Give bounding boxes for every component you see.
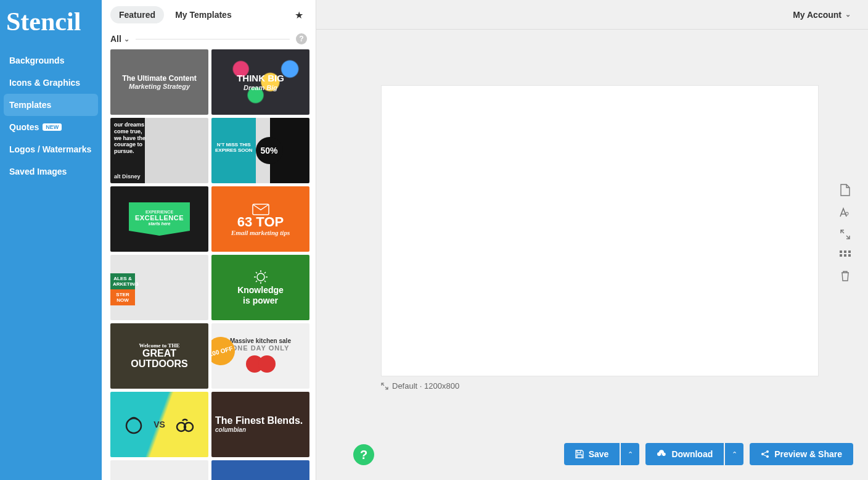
page-icon[interactable] bbox=[840, 184, 851, 196]
app-logo: Stencil bbox=[0, 5, 102, 49]
new-badge: NEW bbox=[43, 123, 62, 131]
thumb-text: EXPIRES SOON bbox=[215, 148, 252, 154]
nav-saved-images[interactable]: Saved Images bbox=[0, 160, 102, 183]
fruit-icon bbox=[123, 413, 145, 436]
thumb-text: VS bbox=[154, 420, 165, 429]
fruit-icon bbox=[174, 413, 196, 436]
template-thumb[interactable]: ALES & ARKETING STER NOW bbox=[110, 255, 208, 320]
thumb-text: GREAT bbox=[142, 349, 176, 359]
template-thumb[interactable]: The Ultimate Content Marketing Strategy bbox=[110, 49, 208, 115]
thumb-text: starts here bbox=[135, 221, 184, 226]
tab-featured[interactable]: Featured bbox=[110, 6, 164, 23]
svg-rect-8 bbox=[840, 254, 842, 257]
envelope-icon bbox=[252, 202, 269, 215]
cloud-download-icon bbox=[657, 450, 666, 458]
thumb-text: The Finest Blends. bbox=[215, 416, 303, 426]
template-thumb[interactable]: N'T MISS THIS EXPIRES SOON 50% bbox=[211, 118, 309, 183]
nav-label: Saved Images bbox=[9, 167, 67, 176]
thumb-text: Marketing Strategy bbox=[129, 83, 190, 90]
canvas-size-text: Default · 1200x800 bbox=[392, 381, 459, 391]
thumb-text: Dream Big bbox=[244, 84, 277, 91]
thumb-text: Knowledge bbox=[237, 285, 284, 296]
main-area: My Account ⌄ Default · 1200x800 bbox=[316, 0, 868, 480]
template-thumb[interactable]: Knowledge is power bbox=[211, 255, 309, 320]
svg-rect-10 bbox=[848, 254, 851, 257]
tab-my-templates[interactable]: My Templates bbox=[166, 6, 240, 23]
svg-point-12 bbox=[766, 450, 769, 453]
template-thumb[interactable]: EXPERIENCE EXCELLENCE starts here bbox=[110, 186, 208, 252]
lightbulb-icon bbox=[253, 269, 269, 285]
svg-rect-9 bbox=[844, 254, 846, 257]
save-button-group: Save ⌃ bbox=[564, 443, 640, 465]
template-thumb[interactable]: The Finest Blends. columbian bbox=[211, 392, 309, 457]
chevron-down-icon: ⌄ bbox=[124, 35, 129, 43]
thumb-text: ONE DAY ONLY bbox=[232, 344, 290, 352]
template-thumb[interactable]: Welcome to THE GREAT OUTDOORS bbox=[110, 323, 208, 389]
download-caret[interactable]: ⌃ bbox=[725, 443, 743, 465]
divider bbox=[136, 39, 290, 39]
help-icon[interactable]: ? bbox=[296, 33, 307, 44]
preview-share-button[interactable]: Preview & Share bbox=[750, 443, 853, 465]
nav-label: Logos / Watermarks bbox=[9, 144, 91, 154]
nav-icons-graphics[interactable]: Icons & Graphics bbox=[0, 72, 102, 94]
text-icon[interactable] bbox=[839, 207, 851, 218]
left-sidebar: Stencil Backgrounds Icons & Graphics Tem… bbox=[0, 0, 102, 480]
tomato-icon bbox=[258, 355, 276, 373]
thumb-text: The Ultimate Content bbox=[122, 74, 197, 83]
expand-icon[interactable] bbox=[840, 230, 850, 239]
grid-icon[interactable] bbox=[840, 250, 851, 259]
canvas[interactable] bbox=[381, 85, 819, 376]
favorites-star-icon[interactable]: ★ bbox=[295, 9, 307, 21]
svg-rect-5 bbox=[840, 250, 842, 253]
svg-point-2 bbox=[126, 418, 141, 433]
nav-label: Templates bbox=[9, 100, 51, 110]
template-scroll[interactable]: The Ultimate Content Marketing Strategy … bbox=[102, 49, 316, 480]
account-label: My Account bbox=[793, 10, 841, 20]
ribbon-icon: EXPERIENCE EXCELLENCE starts here bbox=[129, 202, 190, 236]
thumb-text: EXPERIENCE bbox=[135, 210, 184, 214]
nav-label: Quotes bbox=[9, 122, 39, 132]
filter-label-text: All bbox=[110, 34, 121, 44]
svg-point-1 bbox=[257, 273, 264, 281]
template-grid: The Ultimate Content Marketing Strategy … bbox=[110, 49, 309, 480]
help-fab-icon[interactable]: ? bbox=[353, 444, 374, 465]
nav-logos-watermarks[interactable]: Logos / Watermarks bbox=[0, 138, 102, 160]
template-thumb[interactable]: VS bbox=[110, 392, 208, 457]
thumb-text: STER NOW bbox=[110, 289, 135, 305]
save-caret[interactable]: ⌃ bbox=[621, 443, 639, 465]
download-button[interactable]: Download bbox=[645, 443, 724, 465]
canvas-area: Default · 1200x800 ? bbox=[316, 30, 868, 480]
svg-rect-7 bbox=[848, 250, 851, 253]
template-thumb[interactable]: Let your bbox=[211, 460, 309, 480]
floppy-icon bbox=[575, 450, 584, 458]
template-thumb[interactable]: Massive kitchen sale ONE DAY ONLY 100 OF… bbox=[211, 323, 309, 389]
bottom-action-bar: Save ⌃ Download ⌃ Preview & Share bbox=[564, 443, 853, 465]
nav-templates[interactable]: Templates bbox=[4, 94, 98, 116]
download-label: Download bbox=[671, 449, 713, 459]
filter-dropdown[interactable]: All ⌄ bbox=[110, 34, 129, 44]
account-dropdown[interactable]: My Account ⌄ bbox=[793, 10, 851, 20]
thumb-text: EXCELLENCE bbox=[135, 214, 184, 221]
save-button[interactable]: Save bbox=[564, 443, 620, 465]
thumb-text: Email marketing tips bbox=[231, 229, 290, 236]
template-tabs: Featured My Templates ★ bbox=[102, 0, 316, 27]
canvas-size-label[interactable]: Default · 1200x800 bbox=[381, 381, 459, 391]
chevron-up-icon: ⌃ bbox=[732, 450, 737, 458]
svg-rect-6 bbox=[844, 250, 846, 253]
nav-quotes[interactable]: Quotes NEW bbox=[0, 116, 102, 138]
template-thumb[interactable]: THINK BIG Dream Big bbox=[211, 49, 309, 115]
filter-row: All ⌄ ? bbox=[102, 27, 316, 49]
thumb-text: OUTDOORS bbox=[131, 359, 187, 370]
nav-label: Backgrounds bbox=[9, 56, 64, 65]
trash-icon[interactable] bbox=[840, 270, 850, 281]
right-toolbar bbox=[837, 184, 853, 281]
template-thumb[interactable]: our dreams come true, we have the courag… bbox=[110, 118, 208, 183]
template-thumb[interactable]: 63 TOP Email marketing tips bbox=[211, 186, 309, 252]
template-thumb[interactable] bbox=[110, 460, 208, 480]
template-panel: Featured My Templates ★ All ⌄ ? The Ulti… bbox=[102, 0, 316, 480]
preview-label: Preview & Share bbox=[774, 449, 842, 459]
share-icon bbox=[761, 450, 769, 458]
thumb-text: Massive kitchen sale bbox=[230, 337, 291, 344]
thumb-text: is power bbox=[243, 296, 278, 306]
nav-backgrounds[interactable]: Backgrounds bbox=[0, 49, 102, 72]
